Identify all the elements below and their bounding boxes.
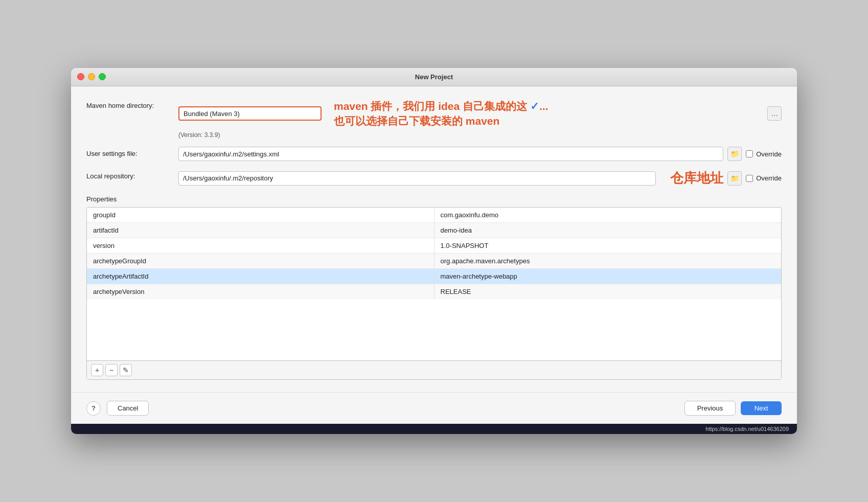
maven-browse-button[interactable]: …	[767, 106, 782, 121]
table-row[interactable]: artifactId demo-idea	[87, 223, 781, 238]
property-value: 1.0-SNAPSHOT	[434, 238, 781, 254]
local-repo-field: 仓库地址 📁 Override	[178, 169, 782, 187]
property-key: archetypeArtifactId	[87, 269, 434, 284]
property-value: com.gaoxinfu.demo	[434, 208, 781, 223]
table-row[interactable]: groupId com.gaoxinfu.demo	[87, 208, 781, 223]
property-value: RELEASE	[434, 284, 781, 300]
local-repo-override: Override	[746, 174, 782, 182]
footer: ? Cancel Previous Next	[71, 392, 797, 424]
properties-table: groupId com.gaoxinfu.demo artifactId dem…	[87, 208, 781, 299]
cancel-button[interactable]: Cancel	[107, 401, 149, 416]
table-toolbar: + − ✎	[87, 360, 781, 379]
maven-version: (Version: 3.3.9)	[178, 131, 782, 139]
user-settings-field: 📁 Override	[178, 147, 782, 161]
content-area: Maven home directory: maven 插件，我们用 idea …	[71, 86, 797, 393]
maven-home-field: maven 插件，我们用 idea 自己集成的这 ✓... 也可以选择自己下载安…	[178, 99, 782, 129]
property-key: archetypeGroupId	[87, 254, 434, 269]
footer-right: Previous Next	[684, 401, 782, 416]
properties-empty-area	[87, 299, 781, 360]
next-button[interactable]: Next	[741, 401, 782, 415]
property-value: maven-archetype-webapp	[434, 269, 781, 284]
table-row[interactable]: version 1.0-SNAPSHOT	[87, 238, 781, 254]
property-value: demo-idea	[434, 223, 781, 238]
local-repo-browse-button[interactable]: 📁	[727, 171, 742, 186]
properties-table-container: groupId com.gaoxinfu.demo artifactId dem…	[86, 207, 782, 380]
traffic-lights	[77, 73, 106, 80]
close-button[interactable]	[77, 73, 84, 80]
property-value: org.apache.maven.archetypes	[434, 254, 781, 269]
table-row[interactable]: archetypeArtifactId maven-archetype-weba…	[87, 269, 781, 284]
local-repo-override-label: Override	[756, 174, 782, 182]
footer-left: ? Cancel	[86, 401, 149, 416]
statusbar: https://blog.csdn.net/u014636209	[71, 424, 797, 434]
title-bar: New Project	[71, 68, 797, 86]
window-title: New Project	[415, 73, 453, 81]
maven-home-row: Maven home directory: maven 插件，我们用 idea …	[86, 99, 782, 129]
previous-button[interactable]: Previous	[684, 401, 736, 416]
property-key: groupId	[87, 208, 434, 223]
user-settings-override: Override	[746, 150, 782, 158]
remove-property-button[interactable]: −	[105, 364, 118, 376]
properties-section: Properties groupId com.gaoxinfu.demo art…	[86, 195, 782, 380]
table-row[interactable]: archetypeVersion RELEASE	[87, 284, 781, 300]
property-key: archetypeVersion	[87, 284, 434, 300]
annotation-line1: maven 插件，我们用 idea 自己集成的这 ✓...	[334, 99, 548, 113]
maven-home-input[interactable]	[178, 106, 322, 121]
maximize-button[interactable]	[99, 73, 106, 80]
user-settings-label: User settings file:	[86, 147, 178, 157]
maven-annotation: maven 插件，我们用 idea 自己集成的这 ✓... 也可以选择自己下载安…	[334, 99, 548, 129]
local-repo-label: Local repository:	[86, 169, 178, 180]
warehouse-annotation: 仓库地址	[670, 169, 723, 187]
user-settings-row: User settings file: 📁 Override	[86, 147, 782, 161]
new-project-window: New Project Maven home directory: maven …	[71, 68, 797, 435]
properties-title: Properties	[86, 195, 782, 203]
property-key: version	[87, 238, 434, 254]
help-button[interactable]: ?	[86, 401, 101, 416]
user-settings-browse-button[interactable]: 📁	[727, 147, 742, 161]
property-key: artifactId	[87, 223, 434, 238]
edit-property-button[interactable]: ✎	[120, 364, 132, 376]
statusbar-url: https://blog.csdn.net/u014636209	[705, 426, 789, 432]
table-row[interactable]: archetypeGroupId org.apache.maven.archet…	[87, 254, 781, 269]
user-settings-input[interactable]	[178, 147, 723, 161]
local-repo-input[interactable]	[178, 171, 656, 186]
minimize-button[interactable]	[88, 73, 95, 80]
add-property-button[interactable]: +	[91, 364, 103, 376]
user-settings-override-label: Override	[756, 150, 782, 158]
maven-home-label: Maven home directory:	[86, 99, 178, 109]
local-repo-row: Local repository: 仓库地址 📁 Override	[86, 169, 782, 187]
annotation-line2: 也可以选择自己下载安装的 maven	[334, 113, 548, 128]
local-repo-override-checkbox[interactable]	[746, 175, 753, 182]
user-settings-override-checkbox[interactable]	[746, 150, 753, 157]
